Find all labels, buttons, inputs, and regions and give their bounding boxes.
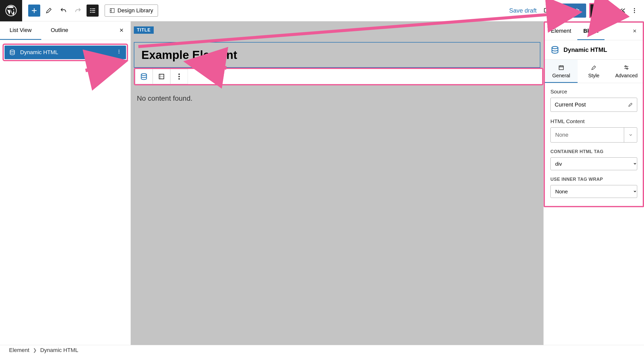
chevron-right-icon: ❯ — [33, 347, 37, 353]
source-field[interactable]: Current Post — [550, 98, 637, 112]
svg-point-17 — [552, 47, 558, 49]
list-icon — [89, 7, 96, 14]
wordpress-logo[interactable] — [0, 0, 22, 21]
html-content-value: None — [551, 128, 624, 142]
tab-block[interactable]: Block — [577, 23, 605, 40]
html-content-label: HTML Content — [550, 118, 637, 124]
svg-point-6 — [634, 10, 635, 11]
block-title-text: Example Element — [141, 48, 533, 62]
list-item-label: Dynamic HTML — [20, 49, 112, 56]
preview-button[interactable] — [541, 5, 553, 17]
no-content-text: No content found. — [137, 94, 543, 102]
subtab-general-label: General — [552, 73, 570, 79]
source-label: Source — [550, 89, 637, 95]
svg-point-12 — [141, 74, 146, 76]
redo-button[interactable] — [72, 5, 84, 17]
undo-button[interactable] — [57, 5, 69, 17]
svg-point-15 — [178, 76, 180, 77]
database-icon — [9, 49, 16, 56]
publish-button[interactable]: Publish — [553, 4, 586, 18]
sidebar-icon — [593, 7, 600, 14]
subtab-advanced-label: Advanced — [615, 73, 638, 79]
block-move-button[interactable] — [153, 69, 170, 84]
source-value: Current Post — [555, 101, 586, 108]
close-icon — [119, 27, 124, 33]
svg-point-14 — [178, 74, 180, 75]
list-view-toggle[interactable] — [87, 5, 99, 17]
subtab-style-label: Style — [588, 73, 599, 79]
design-library-button[interactable]: Design Library — [105, 5, 158, 17]
settings-panel: Element Block Dynamic HTML General — [543, 21, 644, 345]
settings-panel-highlight: Element Block Dynamic HTML General — [544, 21, 644, 207]
tab-list-view[interactable]: List View — [0, 21, 41, 40]
general-icon — [558, 64, 565, 71]
kebab-icon — [116, 49, 122, 54]
undo-icon — [60, 7, 67, 14]
container-tag-label: Container HTML Tag — [550, 149, 637, 154]
styles-icon — [607, 7, 614, 14]
kebab-icon — [175, 73, 183, 81]
plus-icon — [31, 7, 38, 14]
chevron-down-icon — [628, 133, 633, 137]
subtab-style[interactable]: Style — [578, 60, 610, 83]
inner-wrap-label: Use Inner Tag Wrap — [550, 177, 637, 182]
svg-point-7 — [634, 12, 635, 13]
kadence-button[interactable] — [616, 5, 628, 17]
crumb-dynamic-html[interactable]: Dynamic HTML — [40, 347, 78, 353]
settings-sidebar-toggle[interactable] — [590, 4, 603, 17]
subtab-general[interactable]: General — [545, 60, 578, 83]
container-tag-select[interactable]: div — [550, 157, 637, 170]
list-item-dynamic-html[interactable]: Dynamic HTML — [5, 46, 126, 59]
block-header: Dynamic HTML — [545, 40, 643, 60]
redo-icon — [74, 7, 82, 14]
tab-element[interactable]: Element — [545, 23, 577, 40]
svg-point-8 — [10, 50, 14, 52]
svg-point-19 — [625, 66, 626, 67]
inner-wrap-select[interactable]: None — [550, 185, 637, 198]
desktop-icon — [543, 7, 551, 14]
save-draft-button[interactable]: Save draft — [505, 5, 541, 17]
title-badge: TITLE — [134, 26, 154, 34]
svg-point-10 — [118, 51, 119, 52]
pencil-icon — [45, 7, 52, 14]
more-options-button[interactable] — [628, 5, 640, 17]
pencil-icon — [628, 102, 633, 107]
styles-button[interactable] — [604, 5, 616, 17]
close-list-view[interactable] — [115, 25, 128, 37]
list-item-more[interactable] — [116, 49, 122, 56]
brush-icon — [591, 64, 597, 71]
tab-outline[interactable]: Outline — [41, 21, 78, 40]
collapse-icon — [619, 7, 626, 14]
html-content-dropdown[interactable] — [624, 128, 637, 142]
top-toolbar: Design Library Save draft Publish — [0, 0, 644, 21]
svg-rect-2 — [544, 8, 550, 12]
svg-rect-18 — [559, 66, 563, 70]
database-icon — [140, 73, 148, 81]
block-toolbar — [135, 69, 188, 84]
block-item-highlight: Dynamic HTML — [3, 44, 128, 61]
design-library-label: Design Library — [117, 7, 153, 14]
wordpress-icon — [5, 5, 17, 16]
list-view-panel: List View Outline Dynamic HTML — [0, 21, 131, 345]
edit-mode-button[interactable] — [43, 5, 55, 17]
block-options-button[interactable] — [170, 69, 188, 84]
crumb-element[interactable]: Element — [9, 347, 29, 353]
close-icon — [632, 28, 637, 33]
close-settings[interactable] — [629, 26, 640, 37]
svg-rect-3 — [594, 8, 599, 13]
block-type-button[interactable] — [135, 69, 153, 84]
svg-point-5 — [634, 8, 635, 9]
editor-canvas: TITLE Example Element No content fo — [131, 21, 543, 345]
library-icon — [109, 8, 115, 13]
breadcrumb: Element ❯ Dynamic HTML — [0, 345, 644, 355]
kebab-icon — [631, 7, 638, 14]
block-name: Dynamic HTML — [564, 46, 607, 53]
svg-point-16 — [178, 78, 180, 80]
svg-point-11 — [118, 53, 119, 53]
html-content-select[interactable]: None — [550, 127, 637, 143]
subtab-advanced[interactable]: Advanced — [610, 60, 643, 83]
svg-point-20 — [627, 68, 628, 69]
selected-block[interactable]: Example Element — [134, 42, 540, 68]
add-block-button[interactable] — [28, 5, 40, 17]
database-icon — [550, 45, 559, 54]
